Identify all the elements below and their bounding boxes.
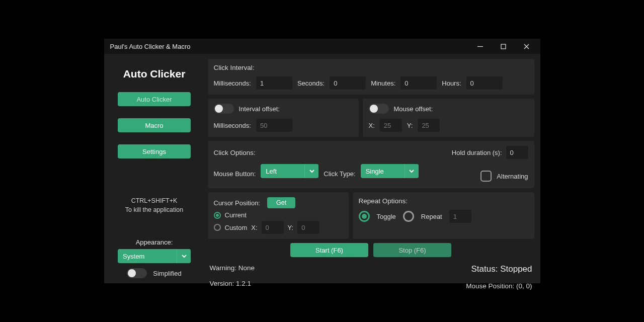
min-input[interactable] [400,76,437,90]
version-text: Version: 1.2.1 [210,280,255,287]
sec-input[interactable] [330,76,366,90]
cursor-custom-label: Custom [225,224,248,231]
main-content: Click Interval: Milliseconds: Seconds: M… [205,54,540,283]
cursor-custom-radio[interactable] [214,224,221,231]
min-label: Minutes: [371,79,395,87]
repeat-count-radio[interactable] [403,211,414,222]
click-type-select[interactable]: Single [361,164,419,178]
click-interval-header: Click Interval: [214,64,528,71]
repeat-count-input[interactable] [449,210,471,223]
cursor-y-label: Y: [288,224,294,231]
appearance-label: Appearance: [109,238,200,246]
kill-shortcut-note: CTRL+SHIFT+K To kill the application [125,197,183,214]
window-title: Paul's Auto Clicker & Macro [110,43,191,50]
start-button[interactable]: Start (F6) [290,243,368,257]
mouse-offset-y-label: Y: [407,122,413,129]
interval-offset-ms-label: Milliseconds: [214,122,251,129]
cursor-y-input[interactable] [297,221,319,234]
ms-input[interactable] [256,76,292,90]
ms-label: Milliseconds: [214,79,251,87]
stop-button[interactable]: Stop (F6) [373,243,451,257]
click-type-label: Click Type: [324,170,355,178]
cursor-x-label: X: [251,224,257,231]
chevron-down-icon [405,164,419,178]
simplified-label: Simplified [153,270,181,277]
click-options-header: Click Options: [214,149,256,156]
nav-auto-clicker[interactable]: Auto Clicker [118,92,191,106]
mouse-position-text: Mouse Position: (0, 0) [466,282,532,290]
repeat-toggle-radio[interactable] [359,211,370,222]
alternating-checkbox[interactable] [480,171,492,182]
get-position-button[interactable]: Get [267,197,295,208]
cursor-x-input[interactable] [262,221,284,234]
interval-offset-ms-input[interactable] [256,119,292,132]
action-buttons: Start (F6) Stop (F6) [208,243,534,257]
cursor-position-header: Cursor Position: [214,199,260,207]
sidebar: Auto Clicker Auto Clicker Macro Settings… [104,54,205,283]
click-interval-panel: Click Interval: Milliseconds: Seconds: M… [208,59,534,95]
nav-macro[interactable]: Macro [118,118,191,132]
mouse-button-select[interactable]: Left [261,164,318,178]
footer: Warning: None Version: 1.2.1 Status: Sto… [208,261,534,290]
appearance-select[interactable]: System [118,249,191,263]
cursor-current-radio[interactable] [214,212,221,219]
click-type-value: Single [366,168,384,175]
alternating-label: Alternating [497,173,528,180]
nav-settings[interactable]: Settings [118,144,191,158]
mouse-offset-toggle[interactable] [369,104,389,114]
chevron-down-icon [304,164,318,178]
titlebar: Paul's Auto Clicker & Macro [104,39,540,54]
page-title: Auto Clicker [123,68,186,80]
app-window: Paul's Auto Clicker & Macro Auto Clicker… [104,39,540,283]
simplified-toggle[interactable] [127,268,147,278]
hold-duration-input[interactable] [506,146,528,159]
hold-duration-label: Hold duration (s): [452,149,502,156]
window-controls [469,39,538,54]
repeat-count-label: Repeat [421,213,442,220]
cursor-position-panel: Cursor Position: Get Current Custom X: Y… [208,192,349,239]
mouse-button-label: Mouse Button: [214,170,256,178]
sec-label: Seconds: [297,79,325,87]
appearance-value: System [123,253,144,260]
mouse-offset-panel: Mouse offset: X: Y: [363,99,534,137]
mouse-offset-label: Mouse offset: [394,105,433,113]
interval-offset-toggle[interactable] [214,104,234,114]
cursor-current-label: Current [225,211,247,219]
chevron-down-icon [177,249,191,263]
repeat-header: Repeat Options: [359,197,528,205]
interval-offset-label: Interval offset: [239,105,280,113]
appearance-section: Appearance: System Simplified [109,238,200,278]
interval-offset-panel: Interval offset: Milliseconds: [208,99,359,137]
mouse-button-value: Left [266,168,277,175]
repeat-options-panel: Repeat Options: Toggle Repeat [353,192,534,239]
status-text: Status: Stopped [471,264,532,274]
hr-label: Hours: [442,79,461,87]
hr-input[interactable] [466,76,503,90]
click-options-panel: Click Options: Hold duration (s): Mouse … [208,141,534,188]
mouse-offset-x-input[interactable] [380,119,402,132]
maximize-button[interactable] [492,39,515,54]
warning-text: Warning: None [210,264,255,272]
repeat-toggle-label: Toggle [377,213,396,220]
svg-rect-1 [501,44,506,49]
mouse-offset-y-input[interactable] [418,119,440,132]
mouse-offset-x-label: X: [369,122,375,129]
close-button[interactable] [515,39,538,54]
minimize-button[interactable] [469,39,492,54]
